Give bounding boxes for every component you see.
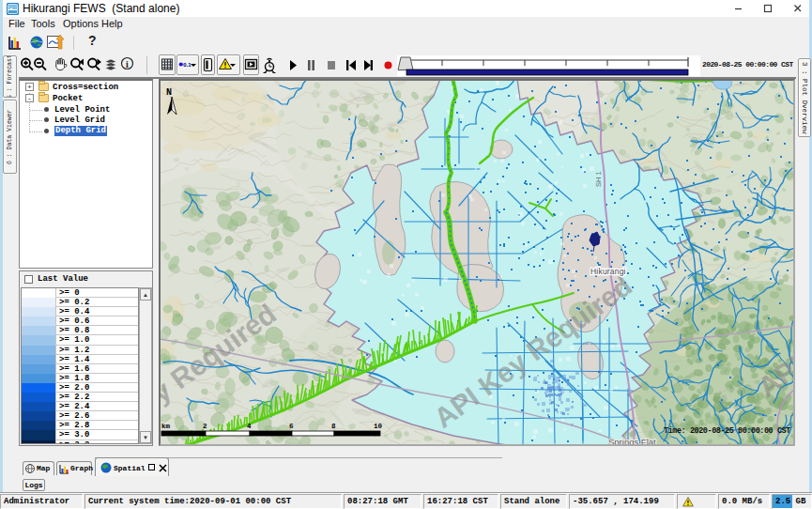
svg-text:Time: 2020-08-25 00:00:00 CST: Time: 2020-08-25 00:00:00 CST — [664, 426, 790, 436]
svg-text:Springs Flat: Springs Flat — [608, 437, 656, 444]
svg-text:km: km — [161, 423, 171, 430]
svg-text:4: 4 — [247, 423, 252, 430]
svg-text:2: 2 — [203, 423, 207, 430]
svg-text:SH 1: SH 1 — [594, 171, 603, 187]
svg-text:i: i — [126, 59, 129, 69]
svg-text:8: 8 — [331, 423, 336, 430]
svg-text:N: N — [166, 87, 172, 98]
svg-text:6: 6 — [289, 423, 294, 430]
svg-text:Hikurangi: Hikurangi — [590, 267, 626, 276]
svg-text:10: 10 — [374, 423, 383, 430]
